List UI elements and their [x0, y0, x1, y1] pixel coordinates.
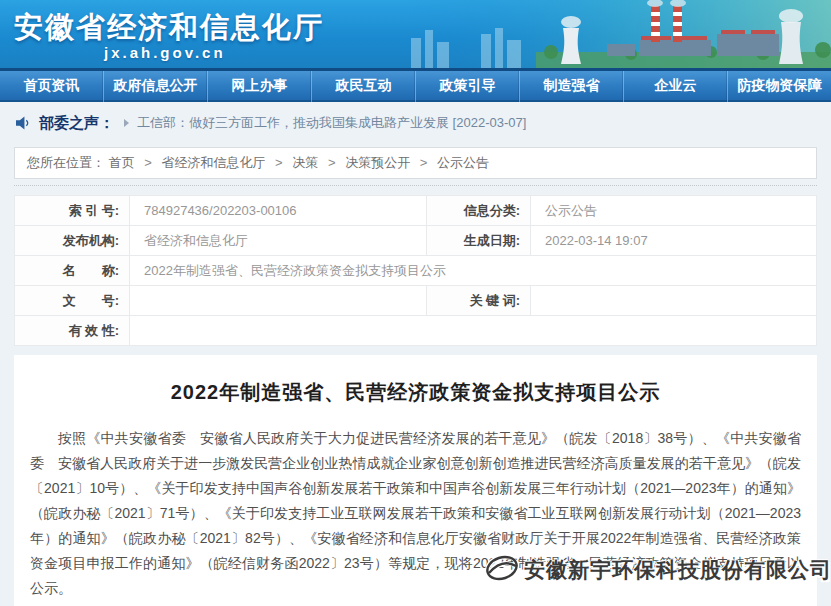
breadcrumb-separator: > — [328, 155, 336, 170]
meta-docno-value — [130, 286, 427, 316]
meta-docno-label: 文 号: — [15, 286, 130, 316]
nav-item-gov-info-disclosure[interactable]: 政府信息公开 — [104, 71, 208, 102]
meta-date-label: 生成日期: — [427, 226, 531, 256]
article-paragraph-1: 按照《中共安徽省委 安徽省人民政府关于大力促进民营经济发展的若干意见》（皖发〔2… — [30, 426, 801, 601]
dotted-divider — [14, 185, 817, 186]
meta-date-value: 2022-03-14 19:07 — [531, 226, 817, 256]
meta-validity-label: 有 效 性: — [15, 316, 130, 346]
nav-item-manufacturing-province[interactable]: 制造强省 — [520, 71, 624, 102]
breadcrumb-item-decision[interactable]: 决策 — [292, 155, 318, 170]
page: 安徽省经济和信息化厅 jx.ah.gov.cn 首页资讯 政府信息公开 网上办事… — [0, 0, 831, 606]
table-row: 发布机构: 省经济和信息化厅 生成日期: 2022-03-14 19:07 — [15, 226, 817, 256]
breadcrumb-separator: > — [275, 155, 283, 170]
meta-category-value: 公示公告 — [531, 196, 817, 226]
meta-index-value: 784927436/202203-00106 — [130, 196, 427, 226]
meta-keyword-label: 关 键 词: — [427, 286, 531, 316]
meta-keyword-value — [531, 286, 817, 316]
header-industrial-art — [411, 0, 831, 68]
ticker-headline-link[interactable]: 工信部：做好三方面工作，推动我国集成电路产业发展 [2022-03-07] — [137, 114, 526, 132]
ticker-label: 部委之声： — [39, 114, 114, 133]
nav-item-epidemic-supplies[interactable]: 防疫物资保障 — [728, 71, 831, 102]
table-row: 有 效 性: — [15, 316, 817, 346]
meta-name-label: 名 称: — [15, 256, 130, 286]
breadcrumb-separator: > — [420, 155, 428, 170]
document-meta-table: 索 引 号: 784927436/202203-00106 信息分类: 公示公告… — [14, 195, 817, 346]
speaker-icon — [16, 116, 31, 130]
site-title[interactable]: 安徽省经济和信息化厅 — [14, 8, 324, 48]
meta-org-value: 省经济和信息化厅 — [130, 226, 427, 256]
table-row: 名 称: 2022年制造强省、民营经济政策资金拟支持项目公示 — [15, 256, 817, 286]
breadcrumb-separator: > — [144, 155, 152, 170]
nav-item-policy-guidance[interactable]: 政策引导 — [416, 71, 520, 102]
meta-validity-value — [130, 316, 817, 346]
meta-name-value: 2022年制造强省、民营经济政策资金拟支持项目公示 — [130, 256, 817, 286]
breadcrumb-item-announcements[interactable]: 公示公告 — [437, 155, 489, 170]
breadcrumb-item-home[interactable]: 首页 — [109, 155, 135, 170]
nav-item-online-services[interactable]: 网上办事 — [208, 71, 312, 102]
breadcrumb-prefix: 您所在位置： — [27, 155, 105, 170]
meta-index-label: 索 引 号: — [15, 196, 130, 226]
breadcrumb-item-department[interactable]: 省经济和信息化厅 — [161, 155, 265, 170]
breadcrumb: 您所在位置： 首页 > 省经济和信息化厅 > 决策 > 决策预公开 > 公示公告 — [14, 147, 817, 179]
nav-item-enterprise-cloud[interactable]: 企业云 — [624, 71, 728, 102]
main-nav: 首页资讯 政府信息公开 网上办事 政民互动 政策引导 制造强省 企业云 防疫物资… — [0, 68, 831, 102]
site-url: jx.ah.gov.cn — [104, 44, 226, 61]
table-row: 文 号: 关 键 词: — [15, 286, 817, 316]
table-row: 索 引 号: 784927436/202203-00106 信息分类: 公示公告 — [15, 196, 817, 226]
nav-item-home-news[interactable]: 首页资讯 — [0, 71, 104, 102]
meta-org-label: 发布机构: — [15, 226, 130, 256]
site-header: 安徽省经济和信息化厅 jx.ah.gov.cn — [0, 0, 831, 68]
article-title: 2022年制造强省、民营经济政策资金拟支持项目公示 — [30, 379, 801, 406]
meta-category-label: 信息分类: — [427, 196, 531, 226]
breadcrumb-item-pre-disclosure[interactable]: 决策预公开 — [345, 155, 410, 170]
news-ticker: 部委之声： 工信部：做好三方面工作，推动我国集成电路产业发展 [2022-03-… — [0, 102, 831, 144]
arrow-right-icon — [124, 119, 129, 127]
article: 2022年制造强省、民营经济政策资金拟支持项目公示 按照《中共安徽省委 安徽省人… — [14, 355, 817, 606]
nav-item-public-interaction[interactable]: 政民互动 — [312, 71, 416, 102]
